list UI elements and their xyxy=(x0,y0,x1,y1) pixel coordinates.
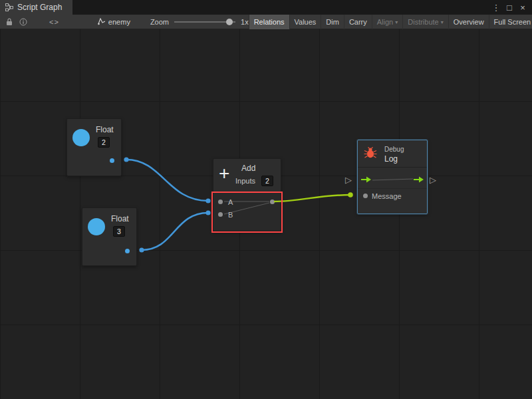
tab-title: Script Graph xyxy=(17,3,62,12)
bug-icon xyxy=(363,147,378,159)
overview-button[interactable]: Overview xyxy=(448,15,489,29)
close-icon[interactable]: × xyxy=(517,3,528,13)
float-node-1[interactable]: Float 2 xyxy=(66,118,122,176)
wire-endpoint xyxy=(205,210,210,215)
lock-icon[interactable] xyxy=(3,15,16,29)
wire-endpoint xyxy=(205,198,210,203)
code-icon[interactable]: <> xyxy=(45,18,63,26)
zoom-slider-handle[interactable] xyxy=(226,19,233,25)
float-literal-icon xyxy=(88,218,105,235)
flow-port-in-icon[interactable]: ▷ xyxy=(345,175,352,185)
window-controls: ⋮ □ × xyxy=(491,0,532,15)
node-category: Debug xyxy=(384,146,404,153)
more-icon[interactable]: ⋮ xyxy=(491,3,501,13)
distribute-button[interactable]: Distribute ▾ xyxy=(402,15,448,29)
float-output-port[interactable] xyxy=(125,249,130,253)
dim-button[interactable]: Dim xyxy=(321,15,344,29)
chevron-down-icon: ▾ xyxy=(441,19,444,25)
info-icon[interactable] xyxy=(16,15,31,29)
float-literal-icon xyxy=(72,129,90,146)
wire-float1-to-a[interactable] xyxy=(126,160,208,201)
tab-script-graph[interactable]: Script Graph xyxy=(0,0,72,15)
wire-float2-to-b[interactable] xyxy=(142,213,208,250)
wire-add-to-message[interactable] xyxy=(274,195,350,201)
wire-endpoint xyxy=(348,192,353,198)
flow-out-arrow-icon[interactable] xyxy=(414,176,424,184)
node-divider xyxy=(358,167,427,168)
inputs-count-field[interactable]: 2 xyxy=(261,176,273,186)
graph-name-label: enemy xyxy=(108,18,130,26)
graph-breadcrumb[interactable]: enemy xyxy=(98,18,130,26)
toolbar-buttons: Relations Values Dim Carry Align ▾ Distr… xyxy=(249,15,532,29)
align-button[interactable]: Align ▾ xyxy=(372,15,402,29)
float-output-port[interactable] xyxy=(110,158,114,163)
float-value-field[interactable]: 2 xyxy=(98,137,110,148)
titlebar: Script Graph ⋮ □ × xyxy=(0,0,532,15)
float-value-field[interactable]: 3 xyxy=(113,226,125,237)
node-title: Add xyxy=(241,164,255,173)
node-divider xyxy=(358,188,427,189)
maximize-icon[interactable]: □ xyxy=(504,3,515,13)
node-title: Float xyxy=(111,214,129,223)
zoom-label: Zoom xyxy=(150,18,169,26)
script-graph-icon xyxy=(5,3,13,11)
add-icon: + xyxy=(219,163,229,184)
debug-log-node[interactable]: Debug Log Message xyxy=(357,140,428,214)
selection-rect xyxy=(211,192,283,233)
zoom-control: Zoom 1x xyxy=(150,18,249,26)
message-port-label: Message xyxy=(372,192,402,200)
full-screen-button[interactable]: Full Screen xyxy=(489,15,532,29)
carry-button[interactable]: Carry xyxy=(344,15,372,29)
flow-port-out-icon[interactable]: ▷ xyxy=(430,175,436,185)
wire-endpoint xyxy=(139,247,144,252)
graph-canvas[interactable]: Float 2 Float 3 + Add Inputs 2 A xyxy=(0,29,532,399)
values-button[interactable]: Values xyxy=(289,15,321,29)
float-node-2[interactable]: Float 3 xyxy=(82,207,137,266)
zoom-slider[interactable] xyxy=(174,19,235,25)
script-graph-window: Script Graph ⋮ □ × <> xyxy=(0,0,532,399)
chevron-down-icon: ▾ xyxy=(395,19,398,25)
message-input-port[interactable] xyxy=(363,194,368,198)
node-title: Float xyxy=(96,125,114,134)
zoom-value: 1x xyxy=(241,18,249,26)
node-title: Log xyxy=(384,154,398,164)
inputs-label: Inputs xyxy=(235,177,255,185)
cursor-icon xyxy=(98,18,105,25)
toolbar: <> enemy Zoom 1x Relations Values Dim Ca… xyxy=(0,15,532,29)
relations-button[interactable]: Relations xyxy=(249,15,289,29)
wire-endpoint xyxy=(124,157,128,162)
